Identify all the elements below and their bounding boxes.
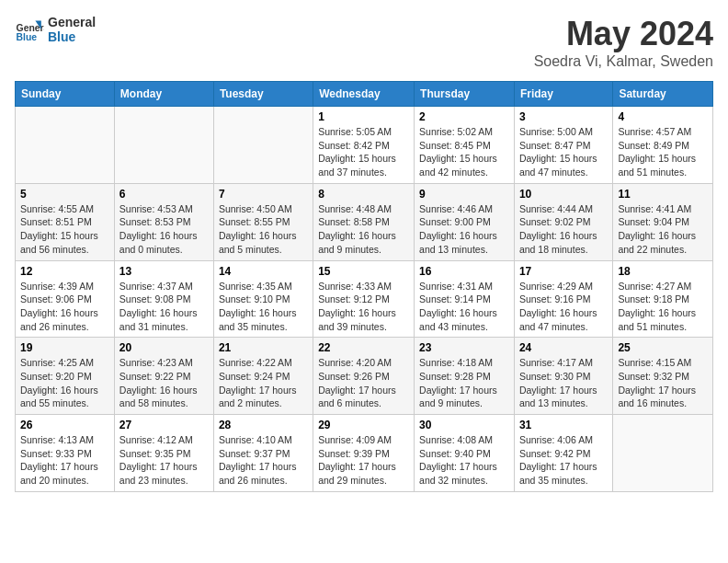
day-info: Sunrise: 4:50 AM Sunset: 8:55 PM Dayligh… [219,202,308,257]
week-row-4: 19Sunrise: 4:25 AM Sunset: 9:20 PM Dayli… [16,338,713,415]
title-block: May 2024 Soedra Vi, Kalmar, Sweden [534,15,713,70]
day-info: Sunrise: 4:27 AM Sunset: 9:18 PM Dayligh… [618,280,708,334]
logo-line1: General [48,15,96,29]
header-row: SundayMondayTuesdayWednesdayThursdayFrid… [16,82,713,107]
day-info: Sunrise: 4:41 AM Sunset: 9:04 PM Dayligh… [618,202,708,257]
day-number: 25 [618,341,708,354]
day-number: 8 [318,188,409,201]
day-cell: 13Sunrise: 4:37 AM Sunset: 9:08 PM Dayli… [114,260,213,338]
day-cell: 1Sunrise: 5:05 AM Sunset: 8:42 PM Daylig… [313,107,415,184]
day-info: Sunrise: 4:09 AM Sunset: 9:39 PM Dayligh… [318,433,409,488]
day-info: Sunrise: 4:53 AM Sunset: 8:53 PM Dayligh… [119,202,209,257]
day-cell [613,415,713,492]
day-info: Sunrise: 4:33 AM Sunset: 9:12 PM Dayligh… [318,280,409,334]
day-number: 23 [419,341,509,354]
day-cell [213,107,313,184]
day-info: Sunrise: 4:29 AM Sunset: 9:16 PM Dayligh… [519,280,608,334]
day-cell: 23Sunrise: 4:18 AM Sunset: 9:28 PM Dayli… [415,338,515,415]
day-number: 9 [419,188,509,201]
day-info: Sunrise: 4:23 AM Sunset: 9:22 PM Dayligh… [119,356,209,410]
day-number: 10 [519,188,608,201]
day-info: Sunrise: 4:25 AM Sunset: 9:20 PM Dayligh… [20,356,109,410]
day-cell: 18Sunrise: 4:27 AM Sunset: 9:18 PM Dayli… [613,260,713,338]
day-cell: 26Sunrise: 4:13 AM Sunset: 9:33 PM Dayli… [16,415,115,492]
day-cell: 16Sunrise: 4:31 AM Sunset: 9:14 PM Dayli… [415,260,515,338]
day-cell: 6Sunrise: 4:53 AM Sunset: 8:53 PM Daylig… [114,183,213,260]
day-info: Sunrise: 4:06 AM Sunset: 9:42 PM Dayligh… [519,433,608,488]
day-cell: 2Sunrise: 5:02 AM Sunset: 8:45 PM Daylig… [415,107,515,184]
day-info: Sunrise: 4:20 AM Sunset: 9:26 PM Dayligh… [318,356,409,410]
column-header-tuesday: Tuesday [213,82,313,107]
day-number: 1 [318,110,409,123]
day-cell: 7Sunrise: 4:50 AM Sunset: 8:55 PM Daylig… [213,183,313,260]
day-number: 15 [318,265,409,278]
day-number: 27 [119,419,209,431]
day-info: Sunrise: 4:48 AM Sunset: 8:58 PM Dayligh… [318,202,409,257]
day-info: Sunrise: 4:57 AM Sunset: 8:49 PM Dayligh… [618,125,708,179]
day-info: Sunrise: 4:46 AM Sunset: 9:00 PM Dayligh… [419,202,509,257]
calendar-table: SundayMondayTuesdayWednesdayThursdayFrid… [15,81,713,492]
day-info: Sunrise: 5:00 AM Sunset: 8:47 PM Dayligh… [519,125,608,179]
day-cell [114,107,213,184]
logo-icon: General Blue [15,15,44,44]
day-number: 12 [20,265,109,278]
day-number: 24 [519,341,608,354]
day-info: Sunrise: 4:17 AM Sunset: 9:30 PM Dayligh… [519,356,608,410]
day-number: 14 [219,265,308,278]
day-number: 30 [419,419,509,431]
day-info: Sunrise: 4:10 AM Sunset: 9:37 PM Dayligh… [219,433,308,488]
day-cell: 9Sunrise: 4:46 AM Sunset: 9:00 PM Daylig… [415,183,515,260]
day-number: 3 [519,110,608,123]
day-info: Sunrise: 4:37 AM Sunset: 9:08 PM Dayligh… [119,280,209,334]
week-row-2: 5Sunrise: 4:55 AM Sunset: 8:51 PM Daylig… [16,183,713,260]
day-info: Sunrise: 5:02 AM Sunset: 8:45 PM Dayligh… [419,125,509,179]
column-header-saturday: Saturday [613,82,713,107]
day-number: 21 [219,341,308,354]
day-cell: 19Sunrise: 4:25 AM Sunset: 9:20 PM Dayli… [16,338,115,415]
logo-line2: Blue [48,29,96,44]
day-info: Sunrise: 4:12 AM Sunset: 9:35 PM Dayligh… [119,433,209,488]
day-cell: 29Sunrise: 4:09 AM Sunset: 9:39 PM Dayli… [313,415,415,492]
day-cell: 24Sunrise: 4:17 AM Sunset: 9:30 PM Dayli… [514,338,612,415]
day-cell: 17Sunrise: 4:29 AM Sunset: 9:16 PM Dayli… [514,260,612,338]
day-cell: 30Sunrise: 4:08 AM Sunset: 9:40 PM Dayli… [415,415,515,492]
day-cell: 31Sunrise: 4:06 AM Sunset: 9:42 PM Dayli… [514,415,612,492]
day-cell: 14Sunrise: 4:35 AM Sunset: 9:10 PM Dayli… [213,260,313,338]
day-cell [16,107,115,184]
day-number: 11 [618,188,708,201]
day-cell: 22Sunrise: 4:20 AM Sunset: 9:26 PM Dayli… [313,338,415,415]
day-number: 31 [519,419,608,431]
day-info: Sunrise: 4:35 AM Sunset: 9:10 PM Dayligh… [219,280,308,334]
column-header-monday: Monday [114,82,213,107]
day-cell: 12Sunrise: 4:39 AM Sunset: 9:06 PM Dayli… [16,260,115,338]
day-cell: 4Sunrise: 4:57 AM Sunset: 8:49 PM Daylig… [613,107,713,184]
column-header-wednesday: Wednesday [313,82,415,107]
week-row-3: 12Sunrise: 4:39 AM Sunset: 9:06 PM Dayli… [16,260,713,338]
day-cell: 27Sunrise: 4:12 AM Sunset: 9:35 PM Dayli… [114,415,213,492]
logo: General Blue General Blue [15,15,96,44]
day-number: 13 [119,265,209,278]
day-info: Sunrise: 4:22 AM Sunset: 9:24 PM Dayligh… [219,356,308,410]
day-info: Sunrise: 4:08 AM Sunset: 9:40 PM Dayligh… [419,433,509,488]
day-cell: 21Sunrise: 4:22 AM Sunset: 9:24 PM Dayli… [213,338,313,415]
day-info: Sunrise: 5:05 AM Sunset: 8:42 PM Dayligh… [318,125,409,179]
page-header: General Blue General Blue May 2024 Soedr… [15,15,713,70]
day-info: Sunrise: 4:39 AM Sunset: 9:06 PM Dayligh… [20,280,109,334]
day-cell: 8Sunrise: 4:48 AM Sunset: 8:58 PM Daylig… [313,183,415,260]
day-number: 19 [20,341,109,354]
day-number: 7 [219,188,308,201]
day-cell: 10Sunrise: 4:44 AM Sunset: 9:02 PM Dayli… [514,183,612,260]
day-number: 2 [419,110,509,123]
week-row-5: 26Sunrise: 4:13 AM Sunset: 9:33 PM Dayli… [16,415,713,492]
week-row-1: 1Sunrise: 5:05 AM Sunset: 8:42 PM Daylig… [16,107,713,184]
day-number: 18 [618,265,708,278]
day-number: 28 [219,419,308,431]
day-number: 6 [119,188,209,201]
day-number: 16 [419,265,509,278]
day-number: 5 [20,188,109,201]
day-number: 29 [318,419,409,431]
day-number: 4 [618,110,708,123]
day-number: 17 [519,265,608,278]
column-header-thursday: Thursday [415,82,515,107]
svg-text:Blue: Blue [17,32,38,42]
